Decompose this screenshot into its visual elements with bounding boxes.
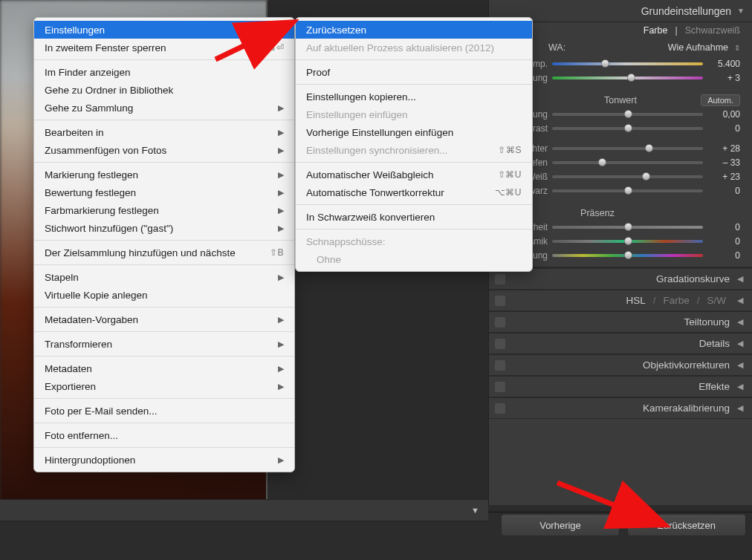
treatment-bw[interactable]: Schwarzweiß bbox=[685, 25, 740, 36]
slider-track[interactable] bbox=[552, 254, 703, 257]
panel-toggle-icon[interactable] bbox=[495, 317, 505, 328]
slider-knob[interactable] bbox=[624, 237, 632, 245]
panel-toggle-icon[interactable] bbox=[495, 382, 505, 392]
menu-item-label: Virtuelle Kopie anlegen bbox=[45, 290, 148, 301]
menu-item[interactable]: Hintergrundoptionen▶ bbox=[34, 451, 294, 469]
menu-separator bbox=[296, 229, 532, 229]
menu-item[interactable]: Bearbeiten in▶ bbox=[34, 123, 294, 141]
context-menu[interactable]: Einstellungen▶In zweitem Fenster sperren… bbox=[33, 17, 295, 472]
slider-track[interactable] bbox=[552, 240, 703, 243]
slider-track[interactable] bbox=[552, 113, 703, 116]
slider-knob[interactable] bbox=[624, 124, 632, 132]
menu-item[interactable]: Gehe zu Sammlung▶ bbox=[34, 99, 294, 117]
panel-toggle-icon[interactable] bbox=[495, 360, 505, 371]
menu-item-label: In Schwarzweiß konvertieren bbox=[306, 212, 435, 223]
dropdown-icon[interactable]: ⇕ bbox=[734, 44, 740, 52]
slider-value[interactable]: 0 bbox=[707, 123, 740, 134]
panel-section-header[interactable]: Effekte◀ bbox=[489, 376, 752, 397]
slider-knob[interactable] bbox=[624, 223, 632, 231]
slider-value[interactable]: 0 bbox=[707, 222, 740, 232]
menu-item[interactable]: In Schwarzweiß konvertieren bbox=[296, 208, 532, 226]
slider-track[interactable] bbox=[552, 161, 703, 164]
menu-item[interactable]: Proof bbox=[296, 63, 532, 81]
menu-item[interactable]: Der Zielsammlung hinzufügen und nächste⇧… bbox=[34, 244, 294, 261]
menu-item[interactable]: Foto per E-Mail senden... bbox=[34, 402, 294, 420]
menu-item[interactable]: Automatischer Weißabgleich⇧⌘U bbox=[296, 166, 532, 183]
chevron-left-icon: ◀ bbox=[737, 339, 743, 348]
menu-item[interactable]: Markierung festlegen▶ bbox=[34, 166, 294, 183]
panel-toggle-icon[interactable] bbox=[495, 296, 505, 306]
menu-item[interactable]: In zweitem Fenster sperren⇧⌘⏎ bbox=[34, 39, 294, 56]
menu-item[interactable]: Einstellungen▶ bbox=[34, 21, 294, 39]
menu-item-label: Einstellungen einfügen bbox=[306, 109, 408, 120]
slider-track[interactable] bbox=[552, 189, 703, 192]
slider-value[interactable]: + 28 bbox=[707, 143, 740, 154]
panel-toggle-icon[interactable] bbox=[495, 274, 505, 284]
menu-item-label: Automatischer Weißabgleich bbox=[306, 169, 434, 180]
slider-knob[interactable] bbox=[598, 158, 606, 166]
slider-value[interactable]: 5.400 bbox=[707, 59, 740, 69]
slider-knob[interactable] bbox=[627, 74, 635, 82]
slider-track[interactable] bbox=[552, 226, 703, 229]
panel-section-header[interactable]: Details◀ bbox=[489, 333, 752, 354]
menu-item[interactable]: Foto entfernen... bbox=[34, 426, 294, 444]
reset-button[interactable]: Zurücksetzen bbox=[627, 514, 746, 536]
slider-value[interactable]: – 33 bbox=[707, 157, 740, 168]
menu-item[interactable]: Virtuelle Kopie anlegen bbox=[34, 286, 294, 304]
auto-button[interactable]: Autom. bbox=[701, 94, 740, 106]
menu-item[interactable]: Stapeln▶ bbox=[34, 268, 294, 286]
panel-toggle-icon[interactable] bbox=[495, 403, 505, 414]
menu-item[interactable]: Vorherige Einstellungen einfügen bbox=[296, 123, 532, 141]
menu-separator bbox=[34, 240, 294, 241]
slider-track[interactable] bbox=[552, 175, 703, 178]
panel-section-header[interactable]: Teiltonung◀ bbox=[489, 311, 752, 333]
hsl-tab[interactable]: S/W bbox=[704, 295, 730, 306]
slider-track[interactable] bbox=[552, 62, 703, 65]
menu-separator bbox=[34, 423, 294, 423]
menu-item[interactable]: Bewertung festlegen▶ bbox=[34, 183, 294, 201]
slider-value[interactable]: 0,00 bbox=[707, 109, 740, 120]
slider-track[interactable] bbox=[552, 147, 703, 150]
menu-item[interactable]: Automatische Tonwertkorrektur⌥⌘U bbox=[296, 183, 532, 201]
slider-knob[interactable] bbox=[624, 251, 632, 259]
slider-value[interactable]: 0 bbox=[707, 250, 740, 261]
menu-item[interactable]: Farbmarkierung festlegen▶ bbox=[34, 201, 294, 219]
menu-separator bbox=[296, 204, 532, 205]
slider-value[interactable]: + 3 bbox=[707, 73, 740, 83]
hsl-tab[interactable]: Farbe bbox=[659, 295, 693, 306]
menu-item[interactable]: Transformieren▶ bbox=[34, 335, 294, 353]
panel-section-header[interactable]: Kamerakalibrierung◀ bbox=[489, 397, 752, 419]
menu-item[interactable]: Stichwort hinzufügen ("gast")▶ bbox=[34, 219, 294, 237]
panel-toggle-icon[interactable] bbox=[495, 339, 505, 349]
settings-submenu[interactable]: ZurücksetzenAuf aktuellen Prozess aktual… bbox=[295, 17, 533, 272]
hsl-tab[interactable]: HSL bbox=[622, 295, 649, 306]
chevron-left-icon: ◀ bbox=[737, 403, 743, 413]
menu-item[interactable]: Metadaten▶ bbox=[34, 359, 294, 377]
menu-item-label: Bearbeiten in bbox=[45, 127, 104, 138]
slider-knob[interactable] bbox=[624, 110, 632, 118]
panel-section-header[interactable]: Objektivkorrekturen◀ bbox=[489, 354, 752, 376]
slider-knob[interactable] bbox=[624, 186, 632, 195]
dropdown-icon[interactable]: ▼ bbox=[471, 506, 479, 515]
panel-section-header[interactable]: HSL/Farbe/S/W◀ bbox=[489, 290, 752, 311]
menu-item[interactable]: Gehe zu Ordner in Bibliothek bbox=[34, 81, 294, 99]
slider-value[interactable]: 0 bbox=[707, 186, 740, 196]
slider-value[interactable]: + 23 bbox=[707, 172, 740, 182]
menu-item[interactable]: Exportieren▶ bbox=[34, 377, 294, 395]
previous-button[interactable]: Vorherige bbox=[501, 514, 620, 536]
slider-value[interactable]: 0 bbox=[707, 236, 740, 247]
menu-item[interactable]: Zurücksetzen bbox=[296, 21, 532, 39]
menu-item[interactable]: Im Finder anzeigen bbox=[34, 63, 294, 81]
treatment-color[interactable]: Farbe bbox=[644, 25, 668, 36]
slider-track[interactable] bbox=[552, 76, 703, 79]
slider-track[interactable] bbox=[552, 127, 703, 130]
slider-knob[interactable] bbox=[645, 144, 653, 152]
menu-item[interactable]: Einstellungen kopieren... bbox=[296, 88, 532, 105]
slider-knob[interactable] bbox=[601, 59, 609, 68]
menu-item[interactable]: Zusammenfügen von Fotos▶ bbox=[34, 141, 294, 159]
menu-item[interactable]: Metadaten-Vorgaben▶ bbox=[34, 310, 294, 328]
wb-dropdown[interactable]: Wie Aufnahme bbox=[668, 42, 728, 53]
chevron-left-icon: ◀ bbox=[737, 382, 743, 391]
slider-knob[interactable] bbox=[642, 172, 650, 180]
chevron-left-icon: ◀ bbox=[737, 274, 743, 284]
